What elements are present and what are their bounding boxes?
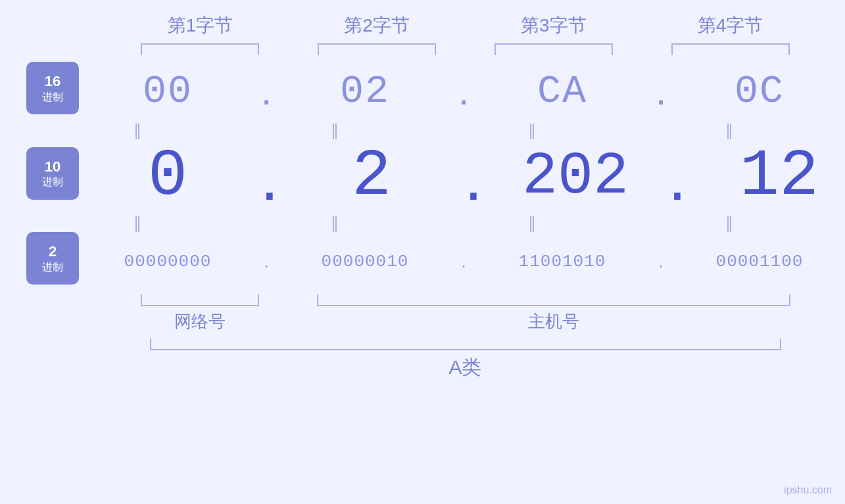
top-bracket-3	[466, 43, 642, 55]
dec-sep-2: .	[460, 144, 487, 210]
hex-sep-2: .	[454, 72, 473, 111]
dec-badge: 10 进制	[26, 147, 79, 200]
dec-cell-1: 0	[79, 139, 256, 214]
col-header-1: 第1字节	[112, 13, 289, 38]
eq-cell-1: ‖	[49, 121, 227, 139]
dec-cell-2: 2	[283, 139, 460, 214]
hex-value-4: 0C	[735, 69, 785, 114]
host-label: 主机号	[289, 310, 819, 333]
eq-sign-2-1: ‖	[49, 214, 227, 232]
col-header-3: 第3字节	[466, 13, 642, 38]
hex-values-row: 00 . 02 . CA . 0C	[79, 62, 845, 121]
bin-badge: 2 进制	[26, 232, 79, 285]
binary-row: 2 进制 00000000 . 00000010 . 11001010 . 00…	[26, 232, 819, 291]
bin-sep-3: .	[651, 252, 671, 272]
eq-cell-4: ‖	[641, 121, 819, 139]
dec-value-2: 2	[352, 139, 391, 214]
hex-value-2: 02	[340, 69, 390, 114]
bin-badge-sub: 进制	[42, 261, 63, 273]
eq-left-1	[26, 121, 49, 139]
eq-cell-2: ‖	[247, 121, 424, 139]
hex-value-1: 00	[143, 69, 193, 114]
column-headers: 第1字节 第2字节 第3字节 第4字节	[26, 13, 819, 38]
col-header-4: 第4字节	[642, 13, 819, 38]
bin-cell-2: 00000010	[276, 252, 454, 271]
eq-sign-2: ‖	[247, 121, 424, 139]
eq-sign-4: ‖	[641, 121, 819, 139]
eq-sign-3: ‖	[444, 121, 621, 139]
hex-cell-1: 00	[79, 69, 256, 114]
network-label: 网络号	[112, 310, 289, 333]
bin-value-1: 00000000	[124, 252, 212, 271]
eq-values-2: ‖ ‖ ‖ ‖	[49, 214, 819, 232]
dec-value-1: 0	[148, 139, 187, 214]
bin-value-2: 00000010	[322, 252, 409, 271]
eq-sign-2-4: ‖	[641, 214, 819, 232]
dec-cell-4: 12	[690, 139, 845, 214]
top-bracket-1	[112, 43, 289, 55]
hex-cell-2: 02	[276, 69, 454, 114]
dec-badge-sub: 进制	[42, 175, 63, 188]
watermark: ipshu.com	[784, 484, 832, 496]
bin-values-row: 00000000 . 00000010 . 11001010 . 0000110…	[79, 232, 845, 291]
bin-sep-1: .	[256, 252, 276, 272]
class-label-row: A类	[26, 354, 819, 381]
bottom-brackets	[26, 294, 819, 306]
decimal-row: 10 进制 0 . 2 . 202 . 12	[26, 139, 819, 214]
eq-cell-2-4: ‖	[641, 214, 819, 232]
dec-badge-main: 10	[45, 158, 60, 175]
bin-sep-2: .	[454, 252, 473, 272]
bin-value-3: 11001010	[519, 252, 606, 271]
bin-badge-main: 2	[49, 243, 57, 260]
hex-badge: 16 进制	[26, 62, 79, 114]
bin-cell-3: 11001010	[473, 252, 651, 271]
eq-sign-2-3: ‖	[444, 214, 621, 232]
hex-cell-3: CA	[473, 69, 651, 114]
eq-sign-1: ‖	[49, 121, 227, 139]
dec-cell-3: 202	[487, 143, 664, 210]
hex-value-3: CA	[537, 69, 587, 114]
main-container: 第1字节 第2字节 第3字节 第4字节 16 进制 00 . 02 .	[0, 0, 845, 504]
bin-cell-4: 00001100	[671, 252, 845, 271]
hex-badge-sub: 进制	[42, 91, 63, 103]
dec-values-row: 0 . 2 . 202 . 12	[79, 139, 845, 214]
dec-label-col: 10 进制	[26, 139, 79, 214]
eq-cell-2-2: ‖	[247, 214, 424, 232]
top-brackets	[26, 43, 819, 55]
network-bracket	[112, 294, 289, 306]
col-header-2: 第2字节	[289, 13, 466, 38]
class-bracket	[150, 338, 781, 350]
eq-left-2	[26, 214, 49, 232]
top-bracket-4	[642, 43, 819, 55]
class-label: A类	[150, 354, 781, 381]
class-bracket-row	[26, 338, 819, 350]
dec-value-3: 202	[522, 143, 629, 210]
top-bracket-2	[289, 43, 466, 55]
dec-value-4: 12	[740, 139, 819, 214]
host-bracket	[289, 294, 819, 306]
eq-row-2: ‖ ‖ ‖ ‖	[26, 214, 819, 232]
bin-label-col: 2 进制	[26, 232, 79, 291]
eq-cell-2-1: ‖	[49, 214, 227, 232]
dec-sep-1: .	[256, 144, 283, 210]
hex-label-col: 16 进制	[26, 62, 79, 121]
eq-sign-2-2: ‖	[247, 214, 424, 232]
eq-cell-3: ‖	[444, 121, 621, 139]
hex-row: 16 进制 00 . 02 . CA . 0C	[26, 62, 819, 121]
hex-sep-1: .	[256, 72, 276, 111]
dec-sep-3: .	[664, 144, 690, 210]
hex-sep-3: .	[651, 72, 671, 111]
hex-badge-main: 16	[45, 73, 60, 90]
bottom-labels: 网络号 主机号	[26, 310, 819, 333]
eq-row-1: ‖ ‖ ‖ ‖	[26, 121, 819, 139]
bin-value-4: 00001100	[716, 252, 804, 271]
hex-cell-4: 0C	[671, 69, 845, 114]
eq-cell-2-3: ‖	[444, 214, 621, 232]
eq-values-1: ‖ ‖ ‖ ‖	[49, 121, 819, 139]
bin-cell-1: 00000000	[79, 252, 256, 271]
